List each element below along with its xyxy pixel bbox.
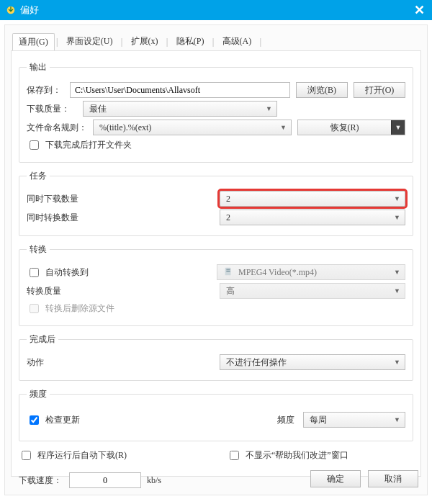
group-convert-legend: 转换 (27, 243, 50, 256)
group-output-legend: 输出 (27, 61, 50, 73)
speed-unit: kb/s (147, 475, 161, 486)
auto-convert-input[interactable] (30, 268, 39, 277)
convert-format-value: MPEG4 Video(*.mp4) (238, 267, 317, 277)
group-after-legend: 完成后 (27, 333, 58, 346)
filename-rule-select[interactable]: %(title).%(ext) ▼ (93, 120, 292, 135)
chevron-down-icon: ▼ (266, 105, 272, 112)
close-button[interactable]: ✕ (414, 4, 425, 17)
chevron-down-icon: ▼ (391, 120, 405, 135)
convert-quality-value: 高 (226, 285, 235, 297)
save-to-input[interactable] (70, 82, 290, 98)
browse-button[interactable]: 浏览(B) (296, 82, 348, 98)
simul-dl-value: 2 (226, 194, 230, 204)
convert-quality-label: 转换质量 (27, 285, 214, 297)
simul-cv-value: 2 (226, 212, 230, 223)
freq-value: 每周 (310, 414, 327, 426)
tab-extensions[interactable]: 扩展(x) (125, 32, 165, 50)
tab-advanced[interactable]: 高级(A) (216, 32, 258, 50)
filename-rule-value: %(title).%(ext) (99, 122, 151, 133)
chevron-down-icon: ▼ (394, 287, 400, 294)
after-action-select[interactable]: 不进行任何操作 ▼ (220, 354, 405, 370)
group-output: 输出 保存到： 浏览(B) 打开(O) 下载质量： 最佳 ▼ 文件命名规则： %… (19, 61, 413, 163)
titlebar: 偏好 ✕ (0, 0, 432, 20)
autodl-after-start-label: 程序运行后自动下载(R) (37, 449, 127, 462)
simul-dl-select[interactable]: 2 ▼ (220, 191, 405, 207)
restore-select-value: 恢复(R) (298, 122, 391, 134)
dialog-buttons: 确定 取消 (310, 470, 418, 487)
check-updates-input[interactable] (30, 415, 39, 425)
convert-format-select: MPEG4 Video(*.mp4) ▼ (217, 264, 405, 280)
simul-cv-select[interactable]: 2 ▼ (220, 210, 405, 225)
chevron-down-icon: ▼ (394, 214, 400, 221)
check-updates-checkbox[interactable]: 检查更新 (27, 413, 271, 427)
speed-input[interactable] (69, 472, 141, 488)
quality-select-value: 最佳 (89, 103, 107, 115)
hide-help-window-label: 不显示“帮助我们改进”窗口 (246, 449, 348, 462)
app-icon (6, 5, 16, 15)
delete-source-label: 转换后删除源文件 (45, 302, 114, 315)
cancel-button[interactable]: 取消 (368, 470, 418, 487)
speed-label: 下载速度： (19, 474, 63, 487)
group-tasks: 任务 同时下载数量 2 ▼ 同时转换数量 2 ▼ (19, 170, 413, 236)
open-folder-after-checkbox[interactable]: 下载完成后打开文件夹 (27, 138, 132, 152)
chevron-down-icon: ▼ (394, 359, 400, 366)
filename-rule-label: 文件命名规则： (27, 122, 87, 134)
group-after: 完成后 动作 不进行任何操作 ▼ (19, 333, 413, 381)
chevron-down-icon: ▼ (394, 416, 400, 423)
tab-ui[interactable]: 界面设定(U) (60, 32, 120, 50)
freq-select[interactable]: 每周 ▼ (303, 412, 405, 428)
tab-bar: 通用(G) | 界面设定(U) | 扩展(x) | 隐私(P) | 高级(A) … (11, 30, 421, 50)
auto-convert-checkbox[interactable]: 自动转换到 (27, 266, 211, 279)
open-folder-after-input[interactable] (30, 140, 39, 150)
group-frequency: 频度 检查更新 频度 每周 ▼ (19, 388, 413, 441)
freq-label: 频度 (277, 414, 297, 426)
save-to-label: 保存到： (27, 84, 64, 96)
convert-quality-select: 高 ▼ (220, 283, 405, 299)
tab-privacy[interactable]: 隐私(P) (170, 32, 211, 50)
tab-general[interactable]: 通用(G) (12, 33, 55, 51)
open-button[interactable]: 打开(O) (354, 82, 405, 98)
simul-dl-label: 同时下载数量 (27, 193, 214, 205)
autodl-after-start-checkbox[interactable]: 程序运行后自动下载(R) (19, 449, 205, 462)
delete-source-checkbox: 转换后删除源文件 (27, 302, 114, 315)
check-updates-label: 检查更新 (45, 414, 80, 426)
chevron-down-icon: ▼ (280, 124, 287, 131)
tab-general-pane: 输出 保存到： 浏览(B) 打开(O) 下载质量： 最佳 ▼ 文件命名规则： %… (11, 50, 421, 477)
content-pane: 通用(G) | 界面设定(U) | 扩展(x) | 隐私(P) | 高级(A) … (4, 24, 428, 495)
group-frequency-legend: 频度 (27, 388, 50, 400)
ok-button[interactable]: 确定 (310, 470, 361, 487)
svg-rect-3 (226, 271, 230, 272)
group-tasks-legend: 任务 (27, 170, 50, 182)
open-folder-after-label: 下载完成后打开文件夹 (45, 139, 132, 151)
group-convert: 转换 自动转换到 MPEG4 Video(*.mp4) ▼ (19, 243, 413, 326)
auto-convert-label: 自动转换到 (45, 266, 89, 279)
chevron-down-icon: ▼ (394, 269, 400, 276)
after-action-value: 不进行任何操作 (226, 356, 287, 369)
delete-source-input (30, 304, 39, 313)
hide-help-window-input[interactable] (230, 451, 239, 460)
hide-help-window-checkbox[interactable]: 不显示“帮助我们改进”窗口 (227, 449, 413, 462)
file-icon (223, 266, 233, 276)
simul-cv-label: 同时转换数量 (27, 212, 214, 224)
after-action-label: 动作 (27, 356, 214, 369)
chevron-down-icon: ▼ (394, 195, 400, 202)
svg-rect-2 (226, 269, 230, 271)
quality-select[interactable]: 最佳 ▼ (83, 101, 277, 117)
restore-select[interactable]: 恢复(R) ▼ (297, 120, 405, 135)
window-title: 偏好 (20, 4, 39, 17)
quality-label: 下载质量： (27, 103, 77, 115)
autodl-after-start-input[interactable] (22, 451, 31, 460)
